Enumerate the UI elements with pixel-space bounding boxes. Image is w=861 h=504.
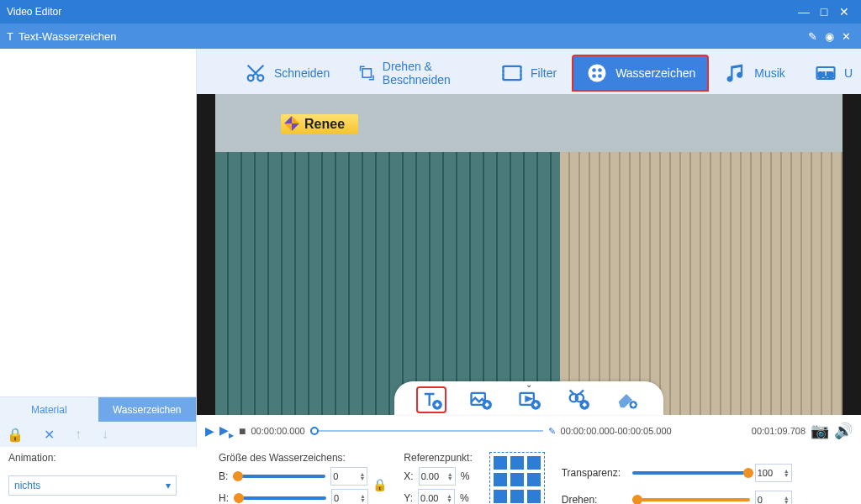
x-input[interactable]: 0.00▲▼ bbox=[419, 467, 456, 486]
rotate-input[interactable]: 0▲▼ bbox=[755, 491, 792, 504]
refpoint-label: Referenzpunkt: bbox=[404, 452, 472, 464]
svg-point-4 bbox=[589, 65, 606, 82]
y-label: Y: bbox=[404, 492, 413, 504]
watermark-overlay[interactable]: Renee bbox=[281, 114, 358, 134]
layer-list-empty bbox=[0, 49, 196, 396]
move-up-icon[interactable]: ↑ bbox=[75, 427, 82, 442]
svg-point-6 bbox=[598, 68, 602, 72]
reference-grid[interactable] bbox=[489, 452, 545, 504]
close-layer-icon[interactable]: ✕ bbox=[837, 30, 854, 43]
tab-wasserzeichen[interactable]: Wasserzeichen bbox=[98, 397, 197, 422]
chevron-down-icon: ▾ bbox=[166, 480, 171, 491]
minimize-button[interactable]: — bbox=[794, 5, 814, 18]
pen-icon[interactable]: ✎ bbox=[548, 426, 556, 437]
transparency-input[interactable]: 100▲▼ bbox=[755, 464, 792, 482]
layer-title: Text-Wasserzeichen bbox=[18, 30, 117, 43]
rotate-slider[interactable] bbox=[632, 498, 750, 501]
add-toolbar: ⌄ bbox=[394, 381, 663, 415]
chevron-down-icon[interactable]: ⌄ bbox=[526, 380, 532, 389]
rotate-label: Drehen: bbox=[562, 494, 627, 504]
animation-select[interactable]: nichts ▾ bbox=[8, 475, 177, 496]
timeline: ▶ ▶▶ ■ 00:00:00.000 ✎ 00:00:00.000-00:00… bbox=[197, 415, 861, 447]
svg-point-8 bbox=[598, 74, 602, 78]
tab-schneiden[interactable]: Schneiden bbox=[230, 55, 343, 92]
width-input[interactable]: 0▲▼ bbox=[330, 467, 367, 486]
tab-filter[interactable]: Filter bbox=[487, 55, 570, 92]
height-input[interactable]: 0▲▼ bbox=[331, 489, 368, 504]
svg-rect-2 bbox=[362, 69, 371, 77]
timeline-track[interactable] bbox=[310, 427, 543, 435]
tab-musik[interactable]: Musik bbox=[710, 55, 799, 92]
cut-icon bbox=[244, 61, 267, 85]
add-image-watermark-button[interactable] bbox=[465, 386, 495, 413]
app-title: Video Editor bbox=[7, 6, 61, 18]
edit-icon[interactable]: ✎ bbox=[804, 30, 821, 43]
rotate-crop-icon bbox=[358, 61, 376, 85]
subtitle-icon: SUB bbox=[814, 61, 837, 85]
transparency-label: Transparenz: bbox=[562, 467, 627, 479]
stop-button[interactable]: ■ bbox=[239, 424, 246, 438]
properties-panel: Animation: nichts ▾ Größe des Wasserzeic… bbox=[0, 447, 861, 504]
layer-header: T Text-Wasserzeichen ✎ ◉ ✕ bbox=[0, 24, 861, 49]
lock-ratio-icon[interactable]: 🔒 bbox=[372, 478, 387, 491]
visibility-icon[interactable]: ◉ bbox=[821, 30, 837, 43]
video-frame bbox=[215, 94, 843, 415]
move-down-icon[interactable]: ↓ bbox=[102, 427, 108, 442]
volume-icon[interactable]: 🔊 bbox=[834, 422, 853, 440]
video-preview[interactable]: Renee ⌄ bbox=[197, 94, 861, 415]
filter-icon bbox=[500, 61, 524, 85]
add-video-watermark-button[interactable] bbox=[514, 386, 544, 413]
tab-untertitel[interactable]: SUB U bbox=[800, 55, 858, 92]
time-range: 00:00:00.000-00:00:05.000 bbox=[561, 426, 672, 436]
top-tab-bar: Schneiden Drehen & Beschneiden Filter Wa… bbox=[197, 49, 861, 94]
erase-watermark-button[interactable] bbox=[611, 386, 642, 413]
lock-icon[interactable]: 🔒 bbox=[7, 427, 24, 443]
transparency-slider[interactable] bbox=[632, 471, 750, 475]
width-label: B: bbox=[219, 470, 228, 482]
maximize-button[interactable]: □ bbox=[814, 5, 834, 18]
remove-watermark-button[interactable] bbox=[563, 386, 593, 413]
text-icon: T bbox=[7, 30, 13, 43]
y-input[interactable]: 0.00▲▼ bbox=[418, 489, 455, 504]
width-slider[interactable] bbox=[233, 475, 325, 478]
svg-point-7 bbox=[592, 74, 596, 78]
snapshot-icon[interactable]: 📷 bbox=[811, 422, 829, 440]
tab-material[interactable]: Material bbox=[0, 397, 98, 422]
tab-wasserzeichen-top[interactable]: Wasserzeichen bbox=[572, 55, 709, 92]
close-button[interactable]: ✕ bbox=[834, 5, 854, 18]
svg-rect-3 bbox=[504, 66, 521, 80]
watermark-icon bbox=[585, 61, 609, 85]
play-button[interactable]: ▶ bbox=[205, 424, 214, 438]
height-slider[interactable] bbox=[234, 496, 326, 500]
music-icon bbox=[724, 61, 747, 85]
animation-label: Animation: bbox=[8, 452, 202, 464]
height-label: H: bbox=[219, 492, 229, 504]
tab-drehen[interactable]: Drehen & Beschneiden bbox=[345, 53, 485, 93]
svg-text:SUB: SUB bbox=[817, 71, 833, 79]
titlebar: Video Editor — □ ✕ bbox=[0, 0, 861, 24]
delete-icon[interactable]: ✕ bbox=[44, 427, 55, 443]
time-end: 00:01:09.708 bbox=[752, 426, 806, 436]
svg-point-5 bbox=[592, 68, 596, 72]
play-segment-button[interactable]: ▶▶ bbox=[219, 423, 234, 439]
size-label: Größe des Wasserzeichens: bbox=[219, 452, 387, 464]
time-start: 00:00:00.000 bbox=[251, 426, 304, 436]
x-label: X: bbox=[404, 470, 413, 482]
add-text-watermark-button[interactable] bbox=[416, 386, 446, 413]
